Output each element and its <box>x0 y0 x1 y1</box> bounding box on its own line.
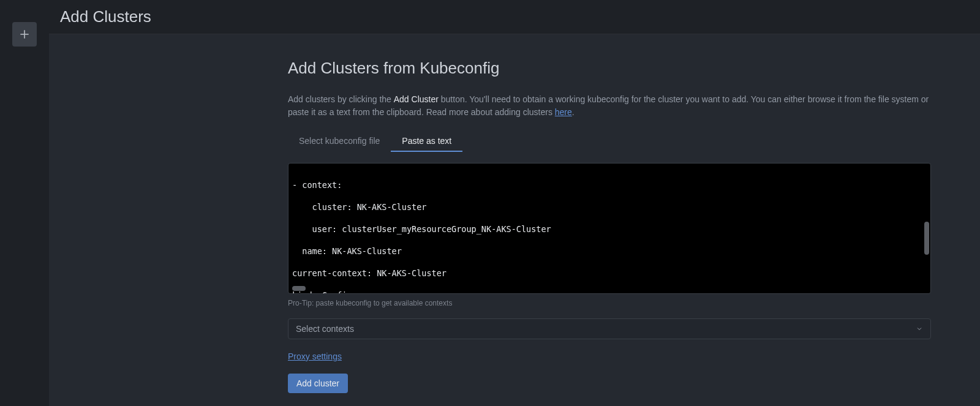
editor-scrollbar-horizontal[interactable] <box>292 286 306 291</box>
description-link-here[interactable]: here <box>555 107 572 117</box>
select-contexts-dropdown[interactable]: Select contexts <box>288 318 931 339</box>
tabs: Select kubeconfig file Paste as text <box>288 131 931 152</box>
sidebar <box>0 0 49 406</box>
add-cluster-button[interactable]: Add cluster <box>288 374 348 393</box>
description-bold: Add Cluster <box>394 94 439 104</box>
description-text-1: Add clusters by clicking the <box>288 94 394 104</box>
proxy-settings-link[interactable]: Proxy settings <box>288 351 342 361</box>
content: Add Clusters from Kubeconfig Add cluster… <box>49 34 980 406</box>
kubeconfig-textarea[interactable]: - context: cluster: NK-AKS-Cluster user:… <box>288 163 931 294</box>
select-contexts-placeholder: Select contexts <box>296 324 354 334</box>
pro-tip-text: Pro-Tip: paste kubeconfig to get availab… <box>288 299 931 307</box>
tab-paste-as-text[interactable]: Paste as text <box>391 131 462 152</box>
section-title: Add Clusters from Kubeconfig <box>288 59 931 78</box>
add-cluster-icon-button[interactable] <box>12 22 37 47</box>
description-text-3: . <box>572 107 575 117</box>
section-description: Add clusters by clicking the Add Cluster… <box>288 93 931 119</box>
header: Add Clusters <box>49 0 980 34</box>
editor-scrollbar-vertical[interactable] <box>924 222 929 255</box>
main-area: Add Clusters Add Clusters from Kubeconfi… <box>49 0 980 406</box>
plus-icon <box>18 28 31 40</box>
page-title: Add Clusters <box>60 7 151 26</box>
code-text: context <box>302 180 337 190</box>
chevron-down-icon <box>916 325 923 333</box>
tab-select-kubeconfig-file[interactable]: Select kubeconfig file <box>288 131 391 152</box>
